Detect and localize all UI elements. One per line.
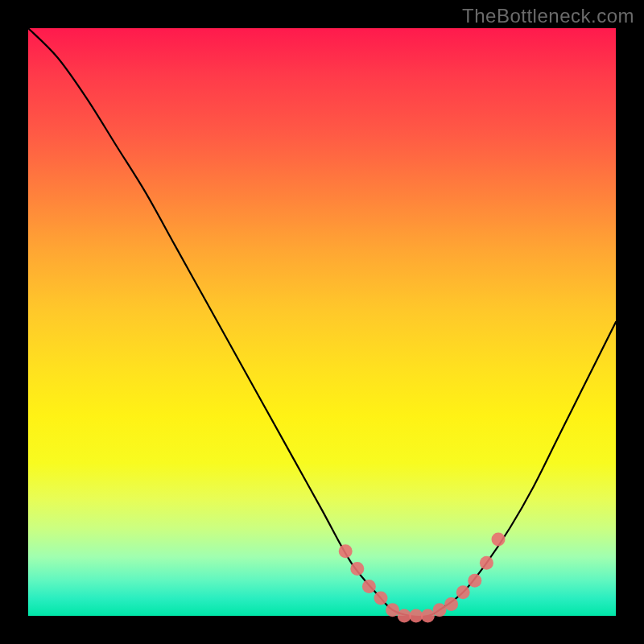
- chart-frame: TheBottleneck.com: [0, 0, 644, 644]
- marker-dot: [456, 585, 470, 599]
- marker-dot: [468, 574, 481, 588]
- marker-dot: [480, 556, 493, 570]
- marker-dot: [433, 603, 447, 617]
- marker-dot: [421, 609, 435, 623]
- chart-svg: [28, 28, 616, 616]
- marker-dot: [386, 603, 399, 617]
- marker-dot: [398, 609, 411, 623]
- marker-dot: [374, 592, 388, 605]
- marker-dot: [350, 562, 364, 576]
- watermark-text: TheBottleneck.com: [462, 5, 634, 27]
- marker-dot: [362, 580, 376, 593]
- marker-dot: [444, 597, 458, 611]
- marker-dot: [409, 609, 423, 623]
- bottleneck-curve: [28, 28, 616, 617]
- marker-dot: [492, 533, 506, 547]
- marker-dot: [339, 544, 353, 558]
